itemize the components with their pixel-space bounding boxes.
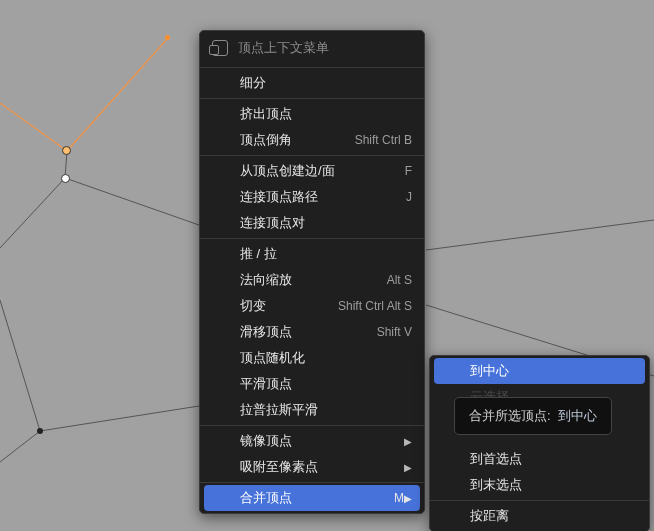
tooltip-prefix: 合并所选顶点:	[469, 408, 551, 423]
separator	[200, 98, 424, 99]
svg-line-3	[65, 178, 199, 225]
separator	[200, 238, 424, 239]
svg-line-4	[0, 178, 65, 248]
item-by-distance[interactable]: 按距离	[430, 503, 649, 529]
tooltip: 合并所选顶点: 到中心	[454, 397, 612, 435]
separator	[200, 67, 424, 68]
item-merge[interactable]: 合并顶点 M ▶	[204, 485, 420, 511]
chevron-right-icon: ▶	[404, 493, 412, 504]
merge-submenu: 到中心 云选择 到首选点 到末选点 按距离	[429, 355, 650, 531]
item-shear[interactable]: 切变 Shift Ctrl Alt S	[200, 293, 424, 319]
svg-line-1	[67, 38, 168, 151]
item-connect-pair[interactable]: 连接顶点对	[200, 210, 424, 236]
vertex-point	[37, 428, 43, 434]
item-smooth[interactable]: 平滑顶点	[200, 371, 424, 397]
item-mirror[interactable]: 镜像顶点 ▶	[200, 428, 424, 454]
vertex-active	[62, 146, 71, 155]
vertex-unselected	[165, 35, 170, 40]
tooltip-value: 到中心	[558, 408, 597, 423]
item-randomize[interactable]: 顶点随机化	[200, 345, 424, 371]
chevron-right-icon: ▶	[404, 462, 412, 473]
item-bevel[interactable]: 顶点倒角 Shift Ctrl B	[200, 127, 424, 153]
context-menu-icon	[212, 40, 228, 56]
item-at-first[interactable]: 到首选点	[430, 446, 649, 472]
item-extrude[interactable]: 挤出顶点	[200, 101, 424, 127]
item-new-edge-face[interactable]: 从顶点创建边/面 F	[200, 158, 424, 184]
menu-header: 顶点上下文菜单	[200, 33, 424, 65]
item-at-last[interactable]: 到末选点	[430, 472, 649, 498]
item-laplacian[interactable]: 拉普拉斯平滑	[200, 397, 424, 423]
item-snap[interactable]: 吸附至像素点 ▶	[200, 454, 424, 480]
item-shrink-fatten[interactable]: 法向缩放 Alt S	[200, 267, 424, 293]
separator	[200, 425, 424, 426]
separator	[200, 155, 424, 156]
separator	[200, 482, 424, 483]
svg-line-7	[0, 431, 40, 462]
vertex-context-menu: 顶点上下文菜单 细分 挤出顶点 顶点倒角 Shift Ctrl B 从顶点创建边…	[199, 30, 425, 514]
item-push-pull[interactable]: 推 / 拉	[200, 241, 424, 267]
item-at-center[interactable]: 到中心	[434, 358, 645, 384]
item-subdivide[interactable]: 细分	[200, 70, 424, 96]
chevron-right-icon: ▶	[404, 436, 412, 447]
svg-line-5	[0, 300, 40, 431]
svg-line-8	[426, 220, 654, 250]
separator	[430, 500, 649, 501]
item-connect-path[interactable]: 连接顶点路径 J	[200, 184, 424, 210]
vertex-selected	[61, 174, 70, 183]
svg-line-0	[0, 103, 67, 151]
svg-line-6	[40, 406, 199, 431]
menu-title: 顶点上下文菜单	[238, 39, 329, 57]
item-slide[interactable]: 滑移顶点 Shift V	[200, 319, 424, 345]
